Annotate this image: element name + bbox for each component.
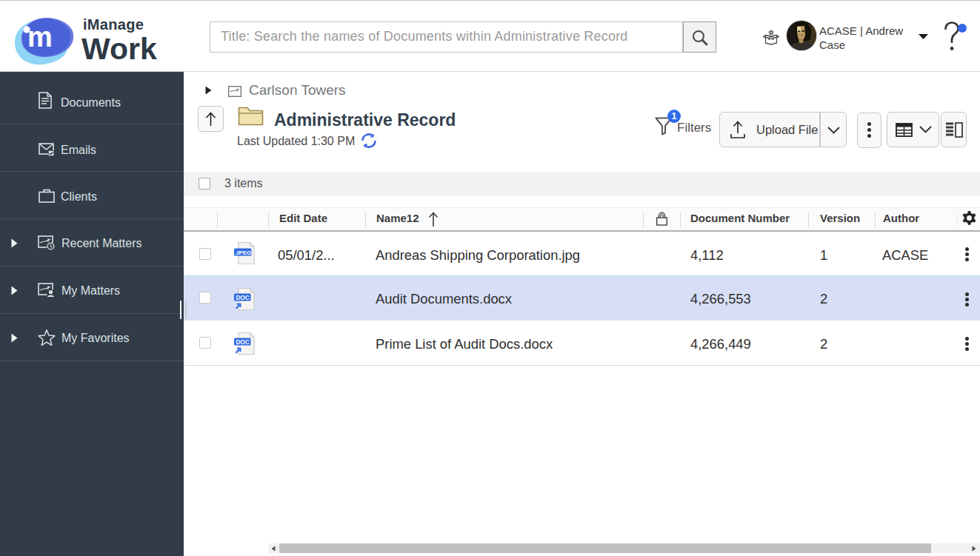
svg-text:JPEG: JPEG (236, 249, 251, 256)
svg-text:DOC: DOC (236, 295, 249, 301)
svg-text:m: m (27, 21, 53, 53)
svg-text:DOC: DOC (236, 339, 249, 346)
